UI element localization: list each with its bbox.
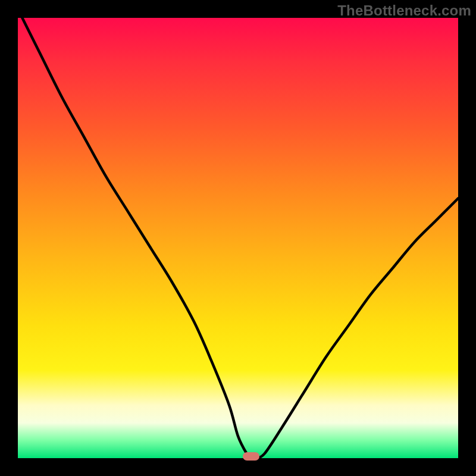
chart-frame: TheBottleneck.com — [0, 0, 476, 476]
attribution-text: TheBottleneck.com — [337, 2, 471, 19]
optimum-marker — [243, 452, 259, 461]
bottleneck-curve — [18, 18, 458, 458]
plot-area — [18, 18, 458, 458]
